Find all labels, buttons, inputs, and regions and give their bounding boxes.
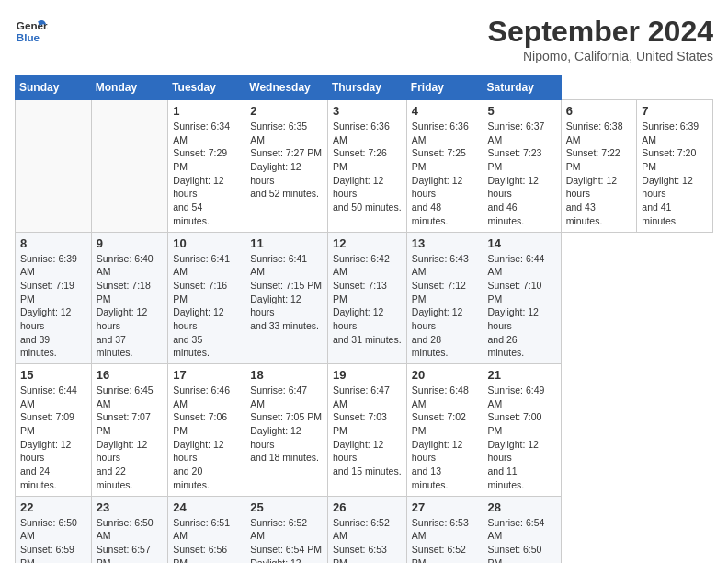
day-number: 14 [488, 236, 556, 250]
day-number: 2 [250, 104, 323, 118]
day-info: Sunrise: 6:52 AMSunset: 6:53 PMDaylight:… [333, 516, 402, 564]
day-info: Sunrise: 6:46 AMSunset: 7:06 PMDaylight:… [173, 384, 240, 492]
weekday-header-thursday: Thursday [327, 75, 406, 100]
day-info: Sunrise: 6:45 AMSunset: 7:07 PMDaylight:… [97, 384, 163, 492]
calendar-cell: 23 Sunrise: 6:50 AMSunset: 6:57 PMDaylig… [91, 496, 167, 563]
weekday-header-friday: Friday [406, 75, 483, 100]
weekday-header-row: SundayMondayTuesdayWednesdayThursdayFrid… [16, 75, 713, 100]
day-number: 3 [333, 104, 402, 118]
weekday-header-monday: Monday [91, 75, 167, 100]
calendar-cell: 11 Sunrise: 6:41 AMSunset: 7:15 PMDaylig… [245, 232, 328, 364]
calendar-cell: 24 Sunrise: 6:51 AMSunset: 6:56 PMDaylig… [168, 496, 245, 563]
weekday-header-saturday: Saturday [483, 75, 561, 100]
calendar-cell: 7 Sunrise: 6:39 AMSunset: 7:20 PMDayligh… [637, 100, 713, 233]
day-number: 16 [97, 368, 163, 382]
day-number: 26 [333, 500, 402, 514]
calendar-cell: 17 Sunrise: 6:46 AMSunset: 7:06 PMDaylig… [168, 364, 245, 497]
day-info: Sunrise: 6:41 AMSunset: 7:16 PMDaylight:… [173, 252, 240, 361]
day-info: Sunrise: 6:50 AMSunset: 6:59 PMDaylight:… [20, 516, 86, 564]
month-title: September 2024 [488, 15, 713, 49]
day-number: 1 [173, 104, 240, 118]
day-info: Sunrise: 6:54 AMSunset: 6:50 PMDaylight:… [488, 516, 556, 564]
day-info: Sunrise: 6:43 AMSunset: 7:12 PMDaylight:… [412, 252, 478, 361]
calendar-cell: 3 Sunrise: 6:36 AMSunset: 7:26 PMDayligh… [327, 100, 406, 233]
logo: General Blue [15, 15, 48, 48]
day-number: 25 [250, 500, 323, 514]
calendar-cell: 16 Sunrise: 6:45 AMSunset: 7:07 PMDaylig… [91, 364, 167, 497]
day-number: 10 [173, 236, 240, 250]
day-number: 21 [488, 368, 556, 382]
calendar-week-row: 15 Sunrise: 6:44 AMSunset: 7:09 PMDaylig… [16, 364, 713, 497]
calendar-cell: 9 Sunrise: 6:40 AMSunset: 7:18 PMDayligh… [91, 232, 167, 364]
day-info: Sunrise: 6:41 AMSunset: 7:15 PMDaylight:… [250, 252, 323, 333]
calendar-cell: 22 Sunrise: 6:50 AMSunset: 6:59 PMDaylig… [16, 496, 92, 563]
day-number: 28 [488, 500, 556, 514]
calendar-cell: 13 Sunrise: 6:43 AMSunset: 7:12 PMDaylig… [406, 232, 483, 364]
day-number: 18 [250, 368, 323, 382]
calendar-cell: 20 Sunrise: 6:48 AMSunset: 7:02 PMDaylig… [406, 364, 483, 497]
calendar-week-row: 8 Sunrise: 6:39 AMSunset: 7:19 PMDayligh… [16, 232, 713, 364]
day-info: Sunrise: 6:47 AMSunset: 7:03 PMDaylight:… [333, 384, 402, 478]
day-info: Sunrise: 6:44 AMSunset: 7:09 PMDaylight:… [20, 384, 86, 492]
calendar-cell: 12 Sunrise: 6:42 AMSunset: 7:13 PMDaylig… [327, 232, 406, 364]
calendar-cell: 28 Sunrise: 6:54 AMSunset: 6:50 PMDaylig… [483, 496, 561, 563]
day-info: Sunrise: 6:51 AMSunset: 6:56 PMDaylight:… [173, 516, 240, 564]
day-info: Sunrise: 6:37 AMSunset: 7:23 PMDaylight:… [488, 120, 556, 228]
day-info: Sunrise: 6:48 AMSunset: 7:02 PMDaylight:… [412, 384, 478, 492]
calendar-table: SundayMondayTuesdayWednesdayThursdayFrid… [15, 75, 713, 563]
day-info: Sunrise: 6:52 AMSunset: 6:54 PMDaylight:… [250, 516, 323, 564]
calendar-week-row: 1 Sunrise: 6:34 AMSunset: 7:29 PMDayligh… [16, 100, 713, 233]
day-info: Sunrise: 6:36 AMSunset: 7:25 PMDaylight:… [412, 120, 478, 228]
weekday-header-wednesday: Wednesday [245, 75, 328, 100]
calendar-cell: 19 Sunrise: 6:47 AMSunset: 7:03 PMDaylig… [327, 364, 406, 497]
day-info: Sunrise: 6:39 AMSunset: 7:19 PMDaylight:… [20, 252, 86, 361]
calendar-cell: 4 Sunrise: 6:36 AMSunset: 7:25 PMDayligh… [406, 100, 483, 233]
calendar-cell: 27 Sunrise: 6:53 AMSunset: 6:52 PMDaylig… [406, 496, 483, 563]
weekday-header-tuesday: Tuesday [168, 75, 245, 100]
weekday-header-sunday: Sunday [16, 75, 92, 100]
calendar-cell: 10 Sunrise: 6:41 AMSunset: 7:16 PMDaylig… [168, 232, 245, 364]
day-info: Sunrise: 6:47 AMSunset: 7:05 PMDaylight:… [250, 384, 323, 465]
day-number: 9 [97, 236, 163, 250]
day-info: Sunrise: 6:53 AMSunset: 6:52 PMDaylight:… [412, 516, 478, 564]
day-number: 6 [566, 104, 632, 118]
day-number: 4 [412, 104, 478, 118]
day-info: Sunrise: 6:44 AMSunset: 7:10 PMDaylight:… [488, 252, 556, 361]
calendar-cell: 21 Sunrise: 6:49 AMSunset: 7:00 PMDaylig… [483, 364, 561, 497]
day-info: Sunrise: 6:50 AMSunset: 6:57 PMDaylight:… [97, 516, 163, 564]
day-number: 8 [20, 236, 86, 250]
calendar-cell: 15 Sunrise: 6:44 AMSunset: 7:09 PMDaylig… [16, 364, 92, 497]
day-info: Sunrise: 6:39 AMSunset: 7:20 PMDaylight:… [642, 120, 708, 228]
day-number: 5 [488, 104, 556, 118]
title-block: September 2024 Nipomo, California, Unite… [488, 15, 713, 63]
day-info: Sunrise: 6:49 AMSunset: 7:00 PMDaylight:… [488, 384, 556, 492]
day-number: 24 [173, 500, 240, 514]
day-number: 19 [333, 368, 402, 382]
header: General Blue September 2024 Nipomo, Cali… [15, 15, 713, 63]
calendar-cell [91, 100, 167, 233]
calendar-cell: 1 Sunrise: 6:34 AMSunset: 7:29 PMDayligh… [168, 100, 245, 233]
day-number: 12 [333, 236, 402, 250]
calendar-cell: 18 Sunrise: 6:47 AMSunset: 7:05 PMDaylig… [245, 364, 328, 497]
logo-icon: General Blue [15, 15, 48, 48]
day-info: Sunrise: 6:38 AMSunset: 7:22 PMDaylight:… [566, 120, 632, 228]
day-number: 13 [412, 236, 478, 250]
day-number: 27 [412, 500, 478, 514]
day-number: 15 [20, 368, 86, 382]
calendar-cell: 6 Sunrise: 6:38 AMSunset: 7:22 PMDayligh… [561, 100, 637, 233]
calendar-cell: 8 Sunrise: 6:39 AMSunset: 7:19 PMDayligh… [16, 232, 92, 364]
day-number: 22 [20, 500, 86, 514]
calendar-cell: 25 Sunrise: 6:52 AMSunset: 6:54 PMDaylig… [245, 496, 328, 563]
calendar-cell [16, 100, 92, 233]
day-number: 20 [412, 368, 478, 382]
day-number: 23 [97, 500, 163, 514]
day-info: Sunrise: 6:35 AMSunset: 7:27 PMDaylight:… [250, 120, 323, 201]
day-number: 7 [642, 104, 708, 118]
day-info: Sunrise: 6:42 AMSunset: 7:13 PMDaylight:… [333, 252, 402, 347]
day-info: Sunrise: 6:36 AMSunset: 7:26 PMDaylight:… [333, 120, 402, 214]
svg-text:Blue: Blue [17, 31, 40, 43]
day-info: Sunrise: 6:40 AMSunset: 7:18 PMDaylight:… [97, 252, 163, 361]
calendar-cell: 2 Sunrise: 6:35 AMSunset: 7:27 PMDayligh… [245, 100, 328, 233]
location-title: Nipomo, California, United States [488, 49, 713, 63]
day-info: Sunrise: 6:34 AMSunset: 7:29 PMDaylight:… [173, 120, 240, 228]
